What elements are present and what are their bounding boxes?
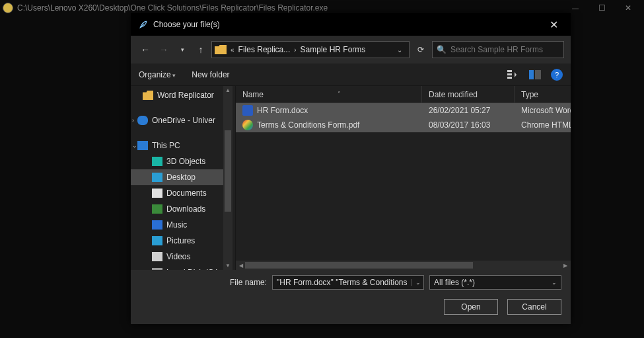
chevron-down-icon[interactable]: ⌄ — [132, 142, 137, 149]
scroll-thumb[interactable] — [225, 130, 231, 212]
file-list-pane: Name˄ Date modified Type HR Form.docx 26… — [235, 86, 571, 270]
scroll-right-icon[interactable]: ▶ — [561, 263, 569, 269]
sidebar-item-desktop[interactable]: Desktop — [131, 169, 223, 185]
file-name-dropdown[interactable]: ⌄ — [411, 279, 423, 286]
breadcrumb-dropdown[interactable]: ⌄ — [393, 46, 406, 54]
file-name-label: File name: — [230, 278, 267, 287]
preview-pane-button[interactable] — [526, 67, 544, 82]
column-header-name[interactable]: Name˄ — [236, 86, 422, 103]
dialog-navbar: ← → ▾ ↑ « Files Replica... › Sample HR F… — [131, 36, 571, 63]
breadcrumb-bar[interactable]: « Files Replica... › Sample HR Forms ⌄ — [211, 41, 410, 58]
dialog-title: Choose your file(s) — [153, 20, 544, 29]
svg-rect-3 — [507, 77, 512, 79]
pdf-file-icon — [242, 120, 253, 130]
file-type: Microsoft Word — [515, 106, 571, 115]
sidebar-item-3d-objects[interactable]: 3D Objects — [131, 153, 223, 169]
sidebar-item-label: Desktop — [166, 173, 196, 182]
nav-back-button[interactable]: ← — [137, 42, 153, 58]
scroll-down-icon[interactable]: ▼ — [225, 263, 231, 269]
chevron-right-icon: › — [291, 46, 299, 54]
file-date: 08/03/2017 16:03 — [422, 120, 515, 130]
breadcrumb-seg2[interactable]: Sample HR Forms — [299, 45, 367, 54]
sidebar-item-word-replicator[interactable]: Word Replicator — [131, 87, 223, 103]
dialog-close-button[interactable]: ✕ — [544, 19, 563, 31]
nav-recent-button[interactable]: ▾ — [174, 42, 190, 58]
svg-rect-1 — [507, 70, 512, 72]
scroll-up-icon[interactable]: ▲ — [225, 87, 231, 93]
file-name: Terms & Conditions Form.pdf — [257, 120, 359, 130]
app-icon — [3, 3, 13, 13]
file-open-dialog: Choose your file(s) ✕ ← → ▾ ↑ « Files Re… — [131, 13, 571, 324]
nav-forward-button[interactable]: → — [156, 42, 172, 58]
file-type: Chrome HTML D — [515, 120, 571, 130]
sidebar: Word Replicator ›OneDrive - Univer ⌄This… — [131, 86, 233, 270]
new-folder-button[interactable]: New folder — [192, 70, 229, 79]
file-list-header: Name˄ Date modified Type — [236, 86, 571, 103]
folder-icon — [215, 45, 227, 54]
scroll-left-icon[interactable]: ◀ — [237, 263, 245, 269]
dialog-body: Word Replicator ›OneDrive - Univer ⌄This… — [131, 86, 571, 270]
scroll-thumb[interactable] — [245, 262, 473, 269]
sidebar-item-label: OneDrive - Univer — [152, 116, 215, 125]
sidebar-item-downloads[interactable]: Downloads — [131, 201, 223, 217]
file-name-field[interactable]: ⌄ — [272, 275, 424, 290]
svg-rect-4 — [529, 70, 534, 79]
sidebar-item-local-disk-c[interactable]: Local Disk (C:) — [131, 265, 223, 270]
main-close-button[interactable] — [615, 0, 641, 16]
column-header-type[interactable]: Type — [515, 86, 571, 103]
cancel-button[interactable]: Cancel — [507, 299, 561, 315]
search-input[interactable] — [450, 45, 559, 54]
chevron-right-icon: « — [228, 46, 237, 54]
dialog-footer: File name: ⌄ All files (*.*) ⌄ Open Canc… — [131, 270, 571, 324]
organize-menu[interactable]: Organize — [139, 70, 176, 79]
file-row[interactable]: HR Form.docx 26/02/2021 05:27 Microsoft … — [236, 103, 571, 118]
sidebar-item-label: Music — [166, 220, 187, 230]
file-row[interactable]: Terms & Conditions Form.pdf 08/03/2017 1… — [236, 118, 571, 132]
dialog-subbar: Organize New folder ? — [131, 63, 571, 86]
sidebar-item-label: Videos — [166, 252, 190, 261]
file-date: 26/02/2021 05:27 — [422, 106, 515, 115]
nav-up-button[interactable]: ↑ — [193, 42, 209, 58]
sidebar-item-onedrive[interactable]: ›OneDrive - Univer — [131, 112, 223, 128]
sidebar-item-label: Word Replicator — [157, 91, 214, 100]
feather-icon — [139, 20, 148, 29]
search-box[interactable]: 🔍 — [432, 41, 564, 58]
breadcrumb-seg1[interactable]: Files Replica... — [237, 45, 292, 54]
refresh-button[interactable]: ⟳ — [412, 41, 429, 58]
sidebar-item-label: 3D Objects — [166, 157, 205, 166]
sort-asc-icon: ˄ — [338, 91, 341, 97]
sidebar-item-documents[interactable]: Documents — [131, 185, 223, 201]
sidebar-item-this-pc[interactable]: ⌄This PC — [131, 138, 223, 153]
help-button[interactable]: ? — [551, 69, 563, 81]
dialog-header: Choose your file(s) ✕ — [131, 13, 571, 36]
sidebar-item-label: This PC — [152, 141, 180, 150]
column-header-date[interactable]: Date modified — [422, 86, 515, 103]
svg-rect-2 — [507, 73, 512, 75]
word-file-icon — [242, 105, 253, 116]
file-list-hscrollbar[interactable]: ◀ ▶ — [236, 261, 571, 270]
main-title: C:\Users\Lenovo X260\Desktop\One Click S… — [17, 3, 562, 13]
sidebar-item-label: Pictures — [166, 236, 195, 245]
svg-rect-5 — [535, 70, 541, 79]
sidebar-scrollbar[interactable]: ▲ ▼ — [223, 86, 233, 270]
maximize-button[interactable] — [589, 0, 615, 16]
chevron-right-icon[interactable]: › — [132, 117, 134, 124]
filter-dropdown-icon: ⌄ — [552, 279, 557, 286]
file-type-filter[interactable]: All files (*.*) ⌄ — [429, 275, 561, 290]
view-mode-button[interactable] — [503, 67, 522, 82]
sidebar-item-label: Downloads — [166, 204, 205, 214]
filter-label: All files (*.*) — [434, 278, 475, 287]
sidebar-item-label: Documents — [166, 189, 207, 198]
file-name-input[interactable] — [273, 278, 411, 287]
sidebar-item-music[interactable]: Music — [131, 217, 223, 233]
search-icon: 🔍 — [437, 45, 447, 54]
sidebar-item-pictures[interactable]: Pictures — [131, 233, 223, 249]
open-button[interactable]: Open — [444, 299, 498, 315]
sidebar-item-videos[interactable]: Videos — [131, 249, 223, 265]
file-name: HR Form.docx — [257, 106, 308, 115]
